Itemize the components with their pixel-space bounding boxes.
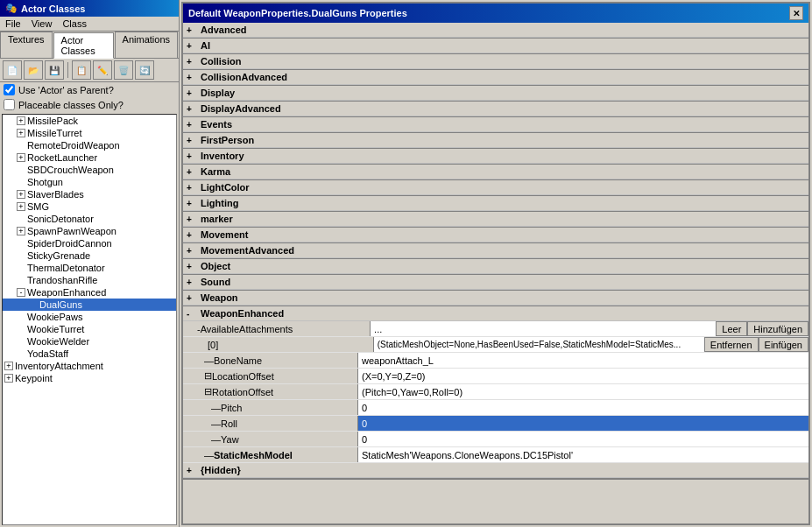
tree-item[interactable]: WookieWelder [3, 335, 176, 348]
expand-btn[interactable]: - [17, 288, 25, 297]
prop-group-header[interactable]: +Weapon [183, 291, 808, 306]
prop-value-cell[interactable]: StaticMesh'Weapons.CloneWeapons.DC15Pist… [358, 447, 808, 462]
tree-item[interactable]: -WeaponEnhanced [3, 286, 176, 299]
prop-value-cell[interactable]: 0 [358, 416, 808, 431]
toolbar-btn-edit[interactable]: ✏️ [93, 60, 112, 80]
prop-group-header[interactable]: +Display [183, 86, 808, 101]
prop-group-header[interactable]: +Movement [183, 228, 808, 242]
prop-group: +Collision [183, 54, 808, 70]
prop-name-cell: — BoneName [183, 353, 358, 368]
tab-animations[interactable]: Animations [115, 32, 178, 58]
tree-item[interactable]: DualGuns [3, 299, 176, 311]
group-expand-icon: + [187, 262, 197, 271]
group-expand-icon: - [187, 309, 197, 319]
tree-item[interactable]: RemoteDroidWeapon [3, 139, 176, 151]
toolbar-btn-save[interactable]: 💾 [45, 60, 64, 80]
prop-group-header[interactable]: +CollisionAdvanced [183, 70, 808, 85]
expand-btn[interactable]: + [17, 129, 25, 137]
prop-value-cell[interactable]: 0 [358, 400, 808, 415]
prop-value-cell[interactable]: (X=0,Y=0,Z=0) [358, 369, 808, 383]
tree-item[interactable]: YodaStaff [3, 348, 176, 360]
toolbar: 📄 📂 💾 📋 ✏️ 🗑️ 🔄 [0, 59, 179, 82]
class-tree[interactable]: +MissilePack+MissileTurretRemoteDroidWea… [2, 114, 177, 525]
prop-btn-einfügen[interactable]: Einfügen [759, 337, 808, 352]
prop-group-header[interactable]: +AI [183, 39, 808, 53]
tab-textures[interactable]: Textures [0, 32, 53, 58]
prop-value-cell[interactable]: (Pitch=0,Yaw=0,Roll=0) [358, 384, 808, 399]
prop-group-header[interactable]: -WeaponEnhanced [183, 306, 808, 321]
prop-value-cell[interactable]: weaponAttach_L [358, 353, 808, 368]
expand-btn[interactable]: + [17, 190, 25, 199]
tree-item[interactable]: +SMG [3, 200, 176, 213]
expand-btn[interactable]: + [17, 202, 25, 211]
expand-btn[interactable]: + [17, 153, 25, 162]
toolbar-btn-delete[interactable]: 🗑️ [114, 60, 133, 80]
prop-group-header[interactable]: +DisplayAdvanced [183, 102, 808, 116]
prop-group-header[interactable]: +Events [183, 117, 808, 132]
prop-group: +Advanced [183, 23, 808, 39]
hidden-group-header[interactable]: +{Hidden} [183, 463, 808, 478]
prop-group-header[interactable]: +marker [183, 212, 808, 227]
tree-item[interactable]: SonicDetonator [3, 213, 176, 225]
prop-row: — StaticMeshModelStaticMesh'Weapons.Clon… [183, 447, 808, 463]
tree-item[interactable]: +InventoryAttachment [3, 360, 176, 372]
use-actor-parent-row: Use 'Actor' as Parent? [0, 82, 179, 97]
tree-item[interactable]: +RocketLauncher [3, 151, 176, 164]
prop-group-header[interactable]: +Collision [183, 54, 808, 69]
expand-btn[interactable]: + [17, 227, 25, 235]
prop-group-header[interactable]: +Object [183, 259, 808, 274]
prop-group-header[interactable]: +LightColor [183, 180, 808, 195]
tab-actor-classes[interactable]: Actor Classes [53, 32, 114, 59]
tree-item[interactable]: +Keypoint [3, 372, 176, 384]
actor-classes-panel: 🎭 Actor Classes File View Class Textures… [0, 0, 180, 527]
expand-btn[interactable]: + [17, 116, 25, 125]
expand-btn[interactable]: + [4, 374, 13, 383]
prop-group-header[interactable]: +MovementAdvanced [183, 243, 808, 258]
use-actor-parent-checkbox[interactable] [4, 84, 15, 95]
prop-btn-hinzufügen[interactable]: Hinzufügen [747, 321, 808, 336]
sub-expand-icon[interactable]: ⊟ [204, 386, 212, 397]
menu-class[interactable]: Class [57, 17, 92, 31]
menu-bar: File View Class [0, 17, 179, 32]
group-label: Object [201, 261, 230, 271]
toolbar-btn-copy[interactable]: 📋 [72, 60, 91, 80]
prop-group-header[interactable]: +Sound [183, 275, 808, 290]
tree-item[interactable]: +MissileTurret [3, 127, 176, 139]
tree-item[interactable]: +SpawnPawnWeapon [3, 225, 176, 237]
prop-btn-leer[interactable]: Leer [716, 321, 747, 336]
menu-view[interactable]: View [26, 17, 58, 31]
tree-item[interactable]: WookiePaws [3, 311, 176, 323]
tree-item[interactable]: ThermalDetonator [3, 262, 176, 274]
prop-group-header[interactable]: +Karma [183, 165, 808, 179]
properties-area[interactable]: +Advanced+AI+Collision+CollisionAdvanced… [183, 23, 808, 523]
tree-item[interactable]: SBDCrouchWeapon [3, 164, 176, 176]
properties-title-bar: Default WeaponProperties.DualGuns Proper… [183, 4, 808, 23]
expand-btn[interactable]: + [4, 362, 13, 370]
tree-item[interactable]: StickyGrenade [3, 249, 176, 262]
tree-item[interactable]: WookieTurret [3, 323, 176, 335]
tree-item[interactable]: Shotgun [3, 176, 176, 188]
prop-group-header[interactable]: +Lighting [183, 196, 808, 211]
toolbar-btn-open[interactable]: 📂 [24, 60, 43, 80]
sub-expand-icon[interactable]: ⊟ [204, 370, 212, 382]
prop-name-label: Yaw [221, 434, 239, 445]
menu-file[interactable]: File [0, 17, 26, 31]
prop-name-label: BoneName [214, 355, 262, 366]
tree-item[interactable]: TrandoshanRifle [3, 274, 176, 286]
tree-item[interactable]: SpiderDroidCannon [3, 237, 176, 249]
tree-item[interactable]: +SlaverBlades [3, 188, 176, 200]
prop-value-cell[interactable]: 0 [358, 432, 808, 446]
use-actor-parent-label: Use 'Actor' as Parent? [18, 85, 114, 95]
toolbar-btn-refresh[interactable]: 🔄 [135, 60, 154, 80]
tree-item[interactable]: +MissilePack [3, 115, 176, 127]
group-label: Events [201, 119, 232, 130]
prop-btn-entfernen[interactable]: Entfernen [704, 337, 759, 352]
prop-group-header[interactable]: +Inventory [183, 149, 808, 164]
prop-group-header[interactable]: +FirstPerson [183, 133, 808, 148]
close-button[interactable]: ✕ [789, 6, 803, 20]
tree-label: SlaverBlades [27, 189, 84, 200]
tab-bar: Textures Actor Classes Animations [0, 32, 179, 59]
toolbar-btn-new[interactable]: 📄 [3, 60, 22, 80]
prop-group-header[interactable]: +Advanced [183, 23, 808, 38]
placeable-only-checkbox[interactable] [4, 99, 15, 110]
